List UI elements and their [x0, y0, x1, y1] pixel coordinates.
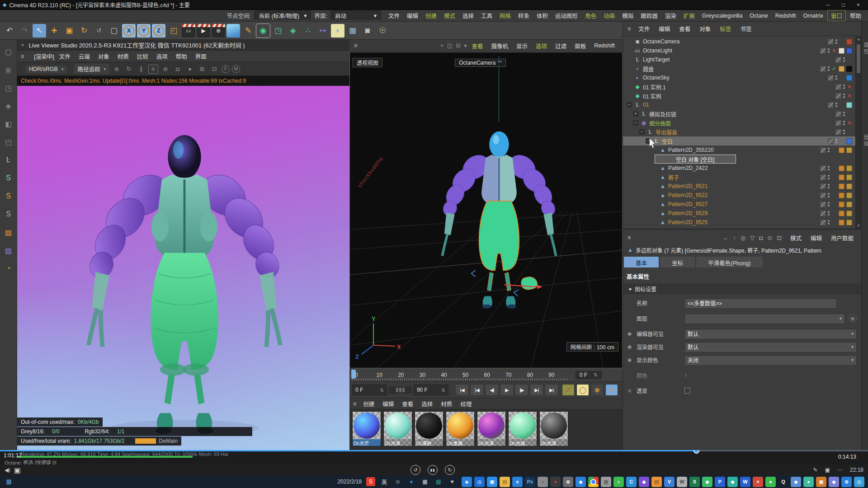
mode-icon[interactable]: S: [3, 209, 14, 220]
end-frame-field[interactable]: 90 F⇅: [414, 385, 448, 395]
layer-toggle[interactable]: [820, 211, 826, 216]
toolbar-button[interactable]: ↖: [33, 24, 46, 38]
tree-row[interactable]: ◐ OctaneSky: [623, 73, 861, 82]
live-viewer-menu-item[interactable]: 材质: [114, 51, 132, 61]
object-label[interactable]: 空白 对象 [空白]: [676, 155, 714, 163]
object-label[interactable]: Pattern2D_9529: [668, 210, 708, 216]
attribute-tab[interactable]: 坐标: [660, 257, 695, 267]
toolbar-button[interactable]: ◈: [286, 24, 300, 38]
menu-item[interactable]: 帮助: [847, 10, 864, 21]
taskbar-app-icon[interactable]: ×: [753, 477, 763, 487]
taskbar-app-icon[interactable]: [588, 477, 599, 487]
attribute-tool-icon[interactable]: ↑: [733, 235, 736, 241]
material-menu-item[interactable]: 查看: [399, 399, 416, 409]
taskbar-app-icon[interactable]: V: [664, 477, 675, 487]
layer-toggle[interactable]: [835, 93, 841, 99]
menu-item[interactable]: 编辑: [404, 10, 421, 21]
visibility-dots[interactable]: [828, 174, 830, 180]
keyframe-button[interactable]: ◯: [576, 384, 589, 396]
tree-scrollbar[interactable]: ▲▼: [855, 36, 861, 229]
tree-row[interactable]: ▲ Pattern2D_2422: [623, 164, 861, 173]
visibility-dots[interactable]: [828, 192, 830, 198]
tree-row[interactable]: 空白 对象 [空白]: [655, 155, 736, 164]
expander-icon[interactable]: [627, 48, 632, 53]
kernel-select[interactable]: 路径追踪 ▾: [74, 64, 109, 74]
toolbar-button[interactable]: ↶: [3, 24, 16, 38]
attribute-select[interactable]: 默认 ▾: [684, 342, 857, 352]
layer-toggle[interactable]: [835, 57, 841, 63]
visibility-dots[interactable]: [835, 38, 837, 45]
object-label[interactable]: 导出服装: [656, 128, 677, 136]
mode-icon[interactable]: ▢: [3, 46, 14, 57]
toolbar-button[interactable]: ☉: [376, 24, 389, 38]
start-button[interactable]: ⊞: [4, 477, 14, 487]
visibility-dots[interactable]: [835, 138, 837, 144]
menu-item[interactable]: 模式: [441, 10, 458, 21]
expander-icon[interactable]: [652, 202, 657, 207]
menu-item[interactable]: Ornatrix: [800, 12, 826, 20]
live-viewer-tool-icon[interactable]: ∥: [136, 65, 146, 74]
layer-toggle[interactable]: [820, 147, 826, 153]
tree-row[interactable]: ▲ Pattern2D_9521: [623, 182, 861, 191]
object-manager-menu-item[interactable]: 标签: [717, 23, 734, 34]
visibility-dots[interactable]: [828, 147, 830, 153]
menu-item[interactable]: 样条: [515, 10, 533, 21]
viewport-corner-icons[interactable]: +◫⊟▾: [440, 42, 467, 49]
attribute-tool-icon[interactable]: ⊙: [767, 235, 772, 241]
material-item[interactable]: Oc光芒: [352, 411, 381, 446]
toolbar-button[interactable]: ▢: [107, 24, 121, 38]
tray-icon[interactable]: S: [366, 477, 375, 486]
material-menu-item[interactable]: 创建: [360, 399, 377, 409]
keyframe-dot-icon[interactable]: ◉: [627, 331, 635, 337]
visibility-dots[interactable]: [828, 201, 830, 207]
taskbar-app-icon[interactable]: ●: [803, 477, 814, 487]
visibility-dots[interactable]: [835, 102, 837, 108]
tree-row[interactable]: ◗ 圆盘 ✓: [623, 64, 861, 73]
menu-item[interactable]: Octane: [746, 12, 771, 20]
taskbar-app-icon[interactable]: ◗: [613, 477, 624, 487]
camera-label[interactable]: OctaneCamera °°: [455, 59, 506, 67]
object-tag[interactable]: [846, 147, 852, 153]
toolbar-button[interactable]: ◳: [271, 24, 285, 38]
object-label[interactable]: 01 实例: [643, 92, 661, 100]
maximize-button[interactable]: □: [842, 2, 845, 8]
toolbar-button[interactable]: Z: [152, 24, 165, 38]
tree-row[interactable]: ▲ Pattern2D_355220: [623, 145, 861, 155]
attribute-tab[interactable]: 基本: [624, 257, 659, 267]
expander-icon[interactable]: [627, 66, 632, 71]
visibility-dots[interactable]: [835, 75, 837, 81]
object-tag[interactable]: [846, 39, 852, 45]
enable-mark[interactable]: ×: [847, 93, 852, 99]
mode-icon[interactable]: ◳: [3, 82, 14, 93]
object-tag[interactable]: [839, 66, 844, 72]
pause-button[interactable]: ▮▮: [428, 465, 438, 475]
object-manager-menu-item[interactable]: 查看: [676, 23, 693, 34]
taskbar-app-icon[interactable]: ▤: [500, 477, 510, 487]
taskbar-app-icon[interactable]: Ps: [525, 477, 535, 487]
attribute-tool-icon[interactable]: ←: [722, 235, 728, 241]
toolbar-button[interactable]: ◗: [331, 24, 344, 38]
attribute-menu-item[interactable]: 用户数据: [828, 233, 857, 243]
object-manager-menu-item[interactable]: 书签: [737, 23, 755, 34]
object-label[interactable]: Pattern2D_9525: [668, 219, 708, 225]
keyframe-button[interactable]: ⊛: [591, 384, 604, 396]
layer-toggle[interactable]: [820, 66, 826, 72]
attribute-select[interactable]: 默认 ▾: [684, 329, 857, 338]
material-item[interactable]: Oc光泽: [539, 411, 568, 446]
viewport-menu-item[interactable]: Redshift: [591, 42, 618, 50]
expander-icon[interactable]: [627, 57, 632, 62]
attribute-tool-icon[interactable]: ▽: [750, 235, 755, 241]
hamburger-icon[interactable]: ≡: [354, 42, 357, 49]
annotate-icon[interactable]: ✎: [813, 467, 818, 473]
material-menu-item[interactable]: 编辑: [379, 399, 397, 409]
toolbar-button[interactable]: ⊛: [212, 24, 225, 38]
tree-row[interactable]: ▲ Pattern2D_9522: [623, 191, 861, 200]
live-viewer-menu-item[interactable]: 对象: [95, 51, 113, 61]
object-label[interactable]: 01 实例.1: [643, 83, 666, 91]
transport-button[interactable]: |▶: [515, 384, 528, 396]
tree-row[interactable]: ▲ Pattern2D_9525: [623, 218, 861, 227]
expander-icon[interactable]: [652, 147, 657, 153]
object-tag[interactable]: [839, 202, 844, 207]
screen-icon[interactable]: ▣: [825, 467, 830, 473]
layer-toggle[interactable]: [820, 48, 826, 54]
